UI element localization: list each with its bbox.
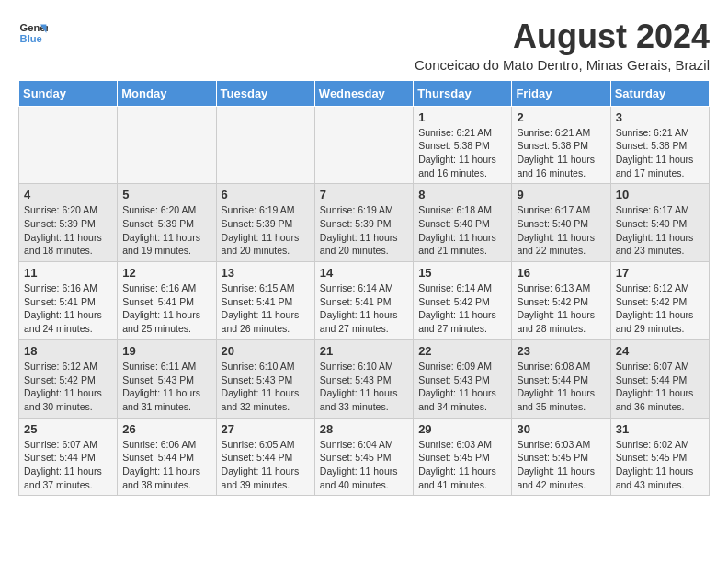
day-number: 2 xyxy=(517,110,605,124)
title-block: August 2024 Conceicao do Mato Dentro, Mi… xyxy=(415,18,710,73)
day-info: Sunrise: 6:14 AMSunset: 5:42 PMDaylight:… xyxy=(418,282,506,336)
calendar-cell: 9Sunrise: 6:17 AMSunset: 5:40 PMDaylight… xyxy=(512,184,610,262)
day-info: Sunrise: 6:13 AMSunset: 5:42 PMDaylight:… xyxy=(517,282,605,336)
day-info: Sunrise: 6:10 AMSunset: 5:43 PMDaylight:… xyxy=(222,360,310,414)
calendar-week-1: 1Sunrise: 6:21 AMSunset: 5:38 PMDaylight… xyxy=(19,106,710,184)
day-number: 25 xyxy=(24,422,112,436)
day-info: Sunrise: 6:03 AMSunset: 5:45 PMDaylight:… xyxy=(517,438,605,492)
calendar-cell: 15Sunrise: 6:14 AMSunset: 5:42 PMDayligh… xyxy=(414,262,512,340)
calendar-header: SundayMondayTuesdayWednesdayThursdayFrid… xyxy=(19,80,710,106)
day-number: 30 xyxy=(517,422,605,436)
day-number: 17 xyxy=(616,266,704,280)
calendar-cell: 17Sunrise: 6:12 AMSunset: 5:42 PMDayligh… xyxy=(610,262,709,340)
calendar-body: 1Sunrise: 6:21 AMSunset: 5:38 PMDaylight… xyxy=(19,106,710,496)
header-day-friday: Friday xyxy=(512,80,610,106)
logo-icon: General Blue xyxy=(18,18,48,48)
calendar-cell: 24Sunrise: 6:07 AMSunset: 5:44 PMDayligh… xyxy=(610,339,709,418)
calendar-cell: 14Sunrise: 6:14 AMSunset: 5:41 PMDayligh… xyxy=(314,262,413,340)
calendar-cell: 1Sunrise: 6:21 AMSunset: 5:38 PMDaylight… xyxy=(414,106,512,184)
calendar-cell: 8Sunrise: 6:18 AMSunset: 5:40 PMDaylight… xyxy=(414,184,512,262)
calendar-cell: 19Sunrise: 6:11 AMSunset: 5:43 PMDayligh… xyxy=(118,339,216,418)
calendar-cell: 4Sunrise: 6:20 AMSunset: 5:39 PMDaylight… xyxy=(19,184,118,262)
day-number: 29 xyxy=(418,422,506,436)
calendar-week-3: 11Sunrise: 6:16 AMSunset: 5:41 PMDayligh… xyxy=(19,262,710,340)
logo: General Blue xyxy=(18,18,48,48)
day-info: Sunrise: 6:02 AMSunset: 5:45 PMDaylight:… xyxy=(616,438,704,492)
day-info: Sunrise: 6:21 AMSunset: 5:38 PMDaylight:… xyxy=(616,126,704,180)
day-info: Sunrise: 6:10 AMSunset: 5:43 PMDaylight:… xyxy=(320,360,408,414)
day-info: Sunrise: 6:05 AMSunset: 5:44 PMDaylight:… xyxy=(222,438,310,492)
calendar-cell xyxy=(216,106,314,184)
calendar-cell: 20Sunrise: 6:10 AMSunset: 5:43 PMDayligh… xyxy=(216,339,314,418)
header-day-wednesday: Wednesday xyxy=(314,80,413,106)
location-subtitle: Conceicao do Mato Dentro, Minas Gerais, … xyxy=(415,57,710,73)
day-number: 31 xyxy=(616,422,704,436)
day-number: 9 xyxy=(517,188,605,201)
calendar-cell: 5Sunrise: 6:20 AMSunset: 5:39 PMDaylight… xyxy=(118,184,216,262)
header-row: SundayMondayTuesdayWednesdayThursdayFrid… xyxy=(19,80,710,106)
day-info: Sunrise: 6:12 AMSunset: 5:42 PMDaylight:… xyxy=(24,360,112,414)
calendar-week-4: 18Sunrise: 6:12 AMSunset: 5:42 PMDayligh… xyxy=(19,339,710,418)
day-number: 19 xyxy=(122,344,210,358)
day-number: 12 xyxy=(122,266,210,280)
day-info: Sunrise: 6:08 AMSunset: 5:44 PMDaylight:… xyxy=(517,360,605,414)
header-day-sunday: Sunday xyxy=(19,80,118,106)
day-info: Sunrise: 6:21 AMSunset: 5:38 PMDaylight:… xyxy=(517,126,605,180)
day-number: 3 xyxy=(616,110,704,124)
day-info: Sunrise: 6:12 AMSunset: 5:42 PMDaylight:… xyxy=(616,282,704,336)
day-info: Sunrise: 6:06 AMSunset: 5:44 PMDaylight:… xyxy=(122,438,210,492)
calendar-cell xyxy=(19,106,118,184)
day-info: Sunrise: 6:17 AMSunset: 5:40 PMDaylight:… xyxy=(517,203,605,258)
day-number: 4 xyxy=(24,188,112,201)
day-info: Sunrise: 6:15 AMSunset: 5:41 PMDaylight:… xyxy=(222,282,310,336)
calendar-cell: 23Sunrise: 6:08 AMSunset: 5:44 PMDayligh… xyxy=(512,339,610,418)
calendar-cell: 7Sunrise: 6:19 AMSunset: 5:39 PMDaylight… xyxy=(314,184,413,262)
day-number: 1 xyxy=(418,110,506,124)
calendar-week-5: 25Sunrise: 6:07 AMSunset: 5:44 PMDayligh… xyxy=(19,418,710,496)
day-number: 10 xyxy=(616,188,704,201)
calendar-cell: 26Sunrise: 6:06 AMSunset: 5:44 PMDayligh… xyxy=(118,418,216,496)
calendar-cell: 31Sunrise: 6:02 AMSunset: 5:45 PMDayligh… xyxy=(610,418,709,496)
day-info: Sunrise: 6:14 AMSunset: 5:41 PMDaylight:… xyxy=(320,282,408,336)
day-info: Sunrise: 6:07 AMSunset: 5:44 PMDaylight:… xyxy=(616,360,704,414)
calendar-cell: 29Sunrise: 6:03 AMSunset: 5:45 PMDayligh… xyxy=(414,418,512,496)
calendar-week-2: 4Sunrise: 6:20 AMSunset: 5:39 PMDaylight… xyxy=(19,184,710,262)
day-info: Sunrise: 6:11 AMSunset: 5:43 PMDaylight:… xyxy=(122,360,210,414)
day-number: 5 xyxy=(122,188,210,201)
day-number: 6 xyxy=(222,188,310,201)
day-info: Sunrise: 6:09 AMSunset: 5:43 PMDaylight:… xyxy=(418,360,506,414)
calendar-cell: 3Sunrise: 6:21 AMSunset: 5:38 PMDaylight… xyxy=(610,106,709,184)
day-info: Sunrise: 6:03 AMSunset: 5:45 PMDaylight:… xyxy=(418,438,506,492)
calendar-cell: 12Sunrise: 6:16 AMSunset: 5:41 PMDayligh… xyxy=(118,262,216,340)
day-info: Sunrise: 6:21 AMSunset: 5:38 PMDaylight:… xyxy=(418,126,506,180)
header-day-tuesday: Tuesday xyxy=(216,80,314,106)
day-info: Sunrise: 6:18 AMSunset: 5:40 PMDaylight:… xyxy=(418,203,506,258)
calendar-cell: 28Sunrise: 6:04 AMSunset: 5:45 PMDayligh… xyxy=(314,418,413,496)
calendar-cell: 11Sunrise: 6:16 AMSunset: 5:41 PMDayligh… xyxy=(19,262,118,340)
day-number: 11 xyxy=(24,266,112,280)
day-number: 16 xyxy=(517,266,605,280)
day-number: 20 xyxy=(222,344,310,358)
calendar-cell: 16Sunrise: 6:13 AMSunset: 5:42 PMDayligh… xyxy=(512,262,610,340)
day-info: Sunrise: 6:16 AMSunset: 5:41 PMDaylight:… xyxy=(122,282,210,336)
day-number: 7 xyxy=(320,188,408,201)
calendar-table: SundayMondayTuesdayWednesdayThursdayFrid… xyxy=(18,80,710,497)
day-number: 24 xyxy=(616,344,704,358)
day-info: Sunrise: 6:16 AMSunset: 5:41 PMDaylight:… xyxy=(24,282,112,336)
calendar-cell: 22Sunrise: 6:09 AMSunset: 5:43 PMDayligh… xyxy=(414,339,512,418)
day-info: Sunrise: 6:17 AMSunset: 5:40 PMDaylight:… xyxy=(616,203,704,258)
day-number: 21 xyxy=(320,344,408,358)
day-number: 28 xyxy=(320,422,408,436)
calendar-cell: 30Sunrise: 6:03 AMSunset: 5:45 PMDayligh… xyxy=(512,418,610,496)
calendar-cell: 13Sunrise: 6:15 AMSunset: 5:41 PMDayligh… xyxy=(216,262,314,340)
day-info: Sunrise: 6:19 AMSunset: 5:39 PMDaylight:… xyxy=(222,203,310,258)
day-number: 14 xyxy=(320,266,408,280)
day-number: 13 xyxy=(222,266,310,280)
header-day-monday: Monday xyxy=(118,80,216,106)
calendar-cell: 10Sunrise: 6:17 AMSunset: 5:40 PMDayligh… xyxy=(610,184,709,262)
day-info: Sunrise: 6:07 AMSunset: 5:44 PMDaylight:… xyxy=(24,438,112,492)
header-day-thursday: Thursday xyxy=(414,80,512,106)
day-number: 18 xyxy=(24,344,112,358)
day-info: Sunrise: 6:04 AMSunset: 5:45 PMDaylight:… xyxy=(320,438,408,492)
day-number: 15 xyxy=(418,266,506,280)
